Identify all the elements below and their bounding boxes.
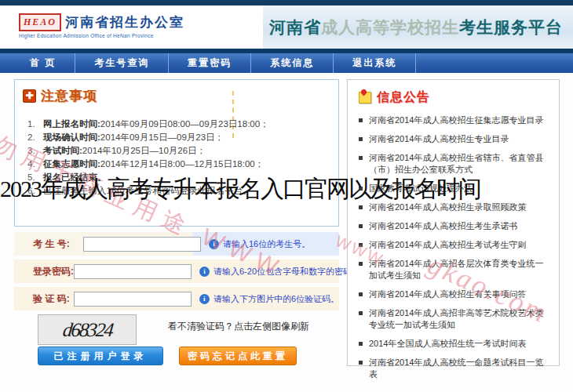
site-title: 河南省成人高等学校招生考生服务平台: [269, 16, 563, 38]
notice-list: 1.网上报名时间:2014年09月09日08:00—09月23日18:00； 2…: [27, 118, 332, 198]
notice-item: 4.征集志愿时间:2014年12月14日8:00—12月15日18:00；: [27, 158, 332, 171]
top-accent-bar: [0, 0, 573, 5]
candidate-number-row: 考 生 号: i 请输入16位的考生号。: [14, 232, 339, 256]
captcha-image[interactable]: d68324: [38, 314, 137, 345]
notice-panel: ✚ 注意事项 1.网上报名时间:2014年09月09日08:00—09月23日1…: [14, 79, 339, 227]
announcement-link[interactable]: 河南省2014年成人高校招生专业目录: [359, 133, 551, 145]
announcement-link[interactable]: 河南省2014年成人高校招生录取照顾政策: [359, 201, 551, 213]
notice-panel-title: 注意事项: [41, 87, 97, 105]
site-header: HEAO 河南省招生办公室 Higher Education Admission…: [0, 5, 573, 49]
announcement-link[interactable]: 河南省2014年成人高校招生考试考生守则: [359, 239, 551, 251]
site-title-banner: 河南省成人高等学校招生考生服务平台: [263, 5, 573, 49]
captcha-label: 验 证 码:: [14, 292, 74, 306]
notice-item: 3.考试时间:2014年10月25日—10月26日；: [27, 144, 332, 158]
main-nav: 首 页 考生号查询 重置密码 系统信息 退出系统: [0, 53, 573, 73]
password-input[interactable]: [74, 264, 192, 279]
logo-subtitle: Higher Education Admission Office of HeN…: [19, 33, 184, 38]
announcement-link[interactable]: 河南省2014年成人高校招生省辖市、省直管县（市）招生办公室联系方式: [359, 152, 551, 176]
announcements-title: 信息公告: [377, 89, 430, 106]
announcement-link[interactable]: 河南省2014年成人高校招生考生承诺书: [359, 220, 551, 232]
nav-item[interactable]: 重置密码: [169, 53, 251, 73]
notice-item: 1.网上报名时间:2014年09月09日08:00—09月23日18:00；: [27, 118, 332, 131]
announcements-list: 河南省2014年成人高校招生征集志愿专业目录 河南省2014年成人高校招生专业目…: [359, 114, 551, 387]
nav-item[interactable]: 考生号查询: [75, 53, 169, 73]
announcement-link[interactable]: 2014年全国成人高校招生统一考试时间表: [359, 338, 551, 350]
notice-plus-icon: ✚: [23, 89, 36, 103]
reset-password-button[interactable]: 密码忘记点此重置: [179, 347, 297, 365]
password-row: 登录密码: i 请输入6-20位包含字母和数字的密码。: [14, 260, 339, 283]
announcement-link[interactable]: 河南省2014年成人高校统一命题考试科目一览表: [359, 357, 551, 380]
notice-item: 2.现场确认时间:2014年09月15日—09月23日；: [27, 131, 332, 144]
site-title-part3: 考生服务平台: [459, 18, 563, 36]
candidate-number-hint: 请输入16位的考生号。: [223, 238, 310, 250]
announcement-link[interactable]: 河南省2014年成人高招各层次体育类专业统一加试考生须知: [359, 258, 551, 281]
password-hint: 请输入6-20位包含字母和数字的密码。: [214, 266, 360, 278]
info-icon: i: [199, 267, 210, 277]
captcha-code: d68324: [61, 319, 113, 341]
nav-item[interactable]: 系统信息: [251, 53, 334, 73]
nav-item[interactable]: 首 页: [11, 53, 75, 73]
notice-item: 6.已注册考生输入16位考生号和密码登录此报名平台。: [27, 184, 332, 198]
announcement-link[interactable]: 河南省2014年成人高校招生有关事项问答: [359, 289, 551, 300]
logo-title: 河南省招生办公室: [65, 13, 184, 31]
site-title-part1: 河南省: [269, 18, 321, 36]
password-label: 登录密码:: [14, 265, 74, 278]
captcha-hint: 请输入下方图片中的6位验证码。: [214, 293, 339, 305]
site-title-part2: 成人高等学校招生: [321, 18, 459, 36]
info-icon: i: [199, 294, 210, 304]
pushpin-note-icon: [359, 92, 371, 103]
nav-item[interactable]: 退出系统: [334, 53, 416, 73]
info-icon: i: [209, 239, 219, 249]
announcement-link[interactable]: 河南省2014年成人高招非高等艺术院校艺术类专业统一加试考生须知: [359, 307, 551, 331]
logo: HEAO 河南省招生办公室 Higher Education Admission…: [19, 13, 184, 38]
captcha-refresh-hint: 看不清验证码？点击左侧图像刷新: [168, 320, 309, 333]
login-button[interactable]: 已注册用户登录: [38, 347, 163, 365]
announcements-panel: 信息公告 河南省2014年成人高校招生征集志愿专业目录 河南省2014年成人高校…: [347, 79, 560, 366]
candidate-number-input[interactable]: [83, 237, 201, 252]
captcha-row: 验 证 码: i 请输入下方图片中的6位验证码。: [14, 287, 339, 310]
heao-logo-icon: HEAO: [19, 13, 61, 31]
announcement-link[interactable]: 河南省2014年成人高校招生征集志愿专业目录: [359, 114, 551, 126]
candidate-number-label: 考 生 号:: [14, 238, 83, 251]
captcha-input[interactable]: [74, 292, 192, 307]
notice-item: 5.报名已经结束。: [27, 171, 332, 184]
announcement-link[interactable]: 国家教育考试违规处理办法: [359, 183, 551, 194]
